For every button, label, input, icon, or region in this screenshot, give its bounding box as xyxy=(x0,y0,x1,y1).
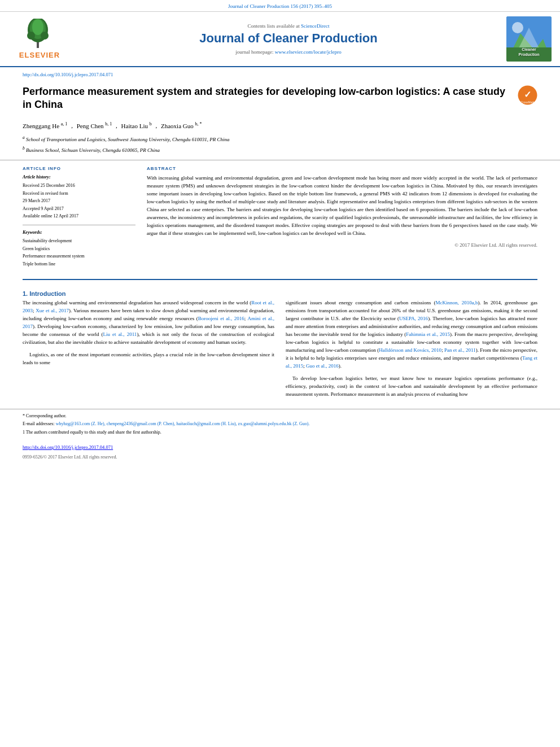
intro-left-col: The increasing global warming and enviro… xyxy=(23,299,274,403)
intro-right-p2: To develop low-carbon logistics better, … xyxy=(286,375,537,399)
keyword-1: Sustainability development xyxy=(23,237,135,245)
svg-text:✓: ✓ xyxy=(524,90,531,99)
crossmark-icon: ✓ CrossMark xyxy=(518,85,537,105)
author-1-sup: a, 1 xyxy=(61,121,68,126)
keywords-list: Sustainability development Green logisti… xyxy=(23,237,135,268)
doi-link[interactable]: http://dx.doi.org/10.1016/j.jclepro.2017… xyxy=(23,72,113,77)
article-info-col: ARTICLE INFO Article history: Received 2… xyxy=(23,166,135,268)
journal-title-section: Contents lists available at ScienceDirec… xyxy=(73,16,504,62)
email-addresses-link[interactable]: whyhzg@163.com (Z. He), chenpeng2436@gma… xyxy=(56,421,310,426)
received-revised-label: Received in revised form xyxy=(23,190,135,198)
equal-contribution-note: 1 The authors contributed equally to thi… xyxy=(23,429,537,436)
science-direct-link[interactable]: ScienceDirect xyxy=(301,23,329,29)
authors-section: Zhenggang He a, 1 , Peng Chen b, 1 , Hai… xyxy=(0,116,560,160)
keyword-4: Triple bottom line xyxy=(23,260,135,268)
ref-boroojeni-2016[interactable]: Boroojeni et al., 2016 xyxy=(198,316,244,321)
svg-point-9 xyxy=(512,22,523,33)
keyword-2: Green logistics xyxy=(23,245,135,253)
keywords-label: Keywords: xyxy=(23,230,135,235)
article-info-abstract-section: ARTICLE INFO Article history: Received 2… xyxy=(0,160,560,273)
affiliation-1: a School of Transportation and Logistics… xyxy=(23,134,537,144)
bottom-doi-link[interactable]: http://dx.doi.org/10.1016/j.jclepro.2017… xyxy=(23,444,113,450)
author-4-sup: b, * xyxy=(195,121,202,126)
authors-line: Zhenggang He a, 1 , Peng Chen b, 1 , Hai… xyxy=(23,121,537,131)
received-date: Received 25 December 2016 xyxy=(23,182,135,190)
paper-title: Performance measurement system and strat… xyxy=(23,85,518,112)
svg-point-3 xyxy=(32,19,43,35)
journal-homepage-link[interactable]: www.elsevier.com/locate/jclepro xyxy=(275,49,342,55)
ref-liu-2011[interactable]: Liu et al., 2011 xyxy=(103,331,137,337)
intro-title: 1. Introduction xyxy=(0,286,560,299)
article-info-heading: ARTICLE INFO xyxy=(23,166,135,171)
article-history-label: Article history: xyxy=(23,174,135,180)
author-4-name: Zhaoxia Guo xyxy=(161,122,195,129)
ref-xue-2017[interactable]: Xue et al., 2017 xyxy=(36,308,69,313)
helpful-text: helpful xyxy=(339,339,353,345)
ref-guo-2016[interactable]: Guo et al., 2016 xyxy=(306,363,339,369)
author-3-name: Haitao Liu xyxy=(121,122,150,129)
cleaner-production-badge: CleanerProduction xyxy=(506,16,552,62)
author-3-sup: b xyxy=(150,121,152,126)
author-1-name: Zhenggang He xyxy=(23,122,61,129)
journal-homepage-line: journal homepage: www.elsevier.com/locat… xyxy=(235,49,341,55)
intro-right-col: significant issues about energy consumpt… xyxy=(286,299,537,403)
elsevier-logo: ELSEVIER xyxy=(19,19,60,59)
ref-pan-2011[interactable]: Pan et al., 2011 xyxy=(444,347,476,353)
elsevier-label: ELSEVIER xyxy=(19,51,60,59)
copyright-line: © 2017 Elsevier Ltd. All rights reserved… xyxy=(147,242,537,248)
journal-header: ELSEVIER Contents lists available at Sci… xyxy=(0,12,560,67)
abstract-text: With increasing global warming and envir… xyxy=(147,174,537,238)
email-footnote: E-mail addresses: whyhzg@163.com (Z. He)… xyxy=(23,421,537,428)
article-dates: Received 25 December 2016 Received in re… xyxy=(23,182,135,225)
abstract-heading: ABSTRACT xyxy=(147,166,537,171)
ref-mckinnon-2010[interactable]: McKinnon, 2010a,b xyxy=(436,300,478,305)
section-divider xyxy=(23,279,537,280)
issn-line: 0959-6526/© 2017 Elsevier Ltd. All right… xyxy=(0,453,560,464)
keyword-3: Performance measurement system xyxy=(23,252,135,260)
elsevier-logo-section: ELSEVIER xyxy=(6,16,73,62)
science-direct-line: Contents lists available at ScienceDirec… xyxy=(248,23,330,29)
author-2-sup: b, 1 xyxy=(105,121,112,126)
revised-date: 29 March 2017 xyxy=(23,197,135,205)
paper-title-section: Performance measurement system and strat… xyxy=(0,80,560,116)
accepted-date: Accepted 9 April 2017 xyxy=(23,205,135,213)
intro-left-p2: Logistics, as one of the most important … xyxy=(23,351,274,367)
elsevier-tree-icon xyxy=(20,19,59,50)
journal-badge-section: CleanerProduction xyxy=(504,16,554,62)
intro-right-p1: significant issues about energy consumpt… xyxy=(286,299,537,370)
author-2-name: Peng Chen xyxy=(77,122,106,129)
ref-usepa-2016[interactable]: USEPA, 2016 xyxy=(399,316,428,321)
svg-text:CrossMark: CrossMark xyxy=(520,101,535,104)
abstract-col: ABSTRACT With increasing global warming … xyxy=(147,166,537,268)
bottom-doi-line: http://dx.doi.org/10.1016/j.jclepro.2017… xyxy=(0,441,560,453)
paper-doi-line: http://dx.doi.org/10.1016/j.jclepro.2017… xyxy=(0,67,560,80)
journal-citation: Journal of Cleaner Production 156 (2017)… xyxy=(228,3,332,9)
footnotes-section: * Corresponding author. E-mail addresses… xyxy=(0,409,560,441)
affiliation-2: b Business School, Sichuan University, C… xyxy=(23,145,537,155)
ref-halldorsson-2010[interactable]: Halldórsson and Kovács, 2010 xyxy=(379,347,441,353)
available-date: Available online 12 April 2017 xyxy=(23,212,135,220)
svg-point-5 xyxy=(41,32,49,40)
intro-left-p1: The increasing global warming and enviro… xyxy=(23,299,274,347)
affiliations: a School of Transportation and Logistics… xyxy=(23,134,537,154)
ref-fahimnia-2015[interactable]: Fahimnia et al., 2015 xyxy=(406,331,450,337)
journal-top-bar: Journal of Cleaner Production 156 (2017)… xyxy=(0,0,560,12)
badge-text: CleanerProduction xyxy=(506,47,552,57)
svg-point-4 xyxy=(27,32,35,40)
corresponding-author-note: * Corresponding author. xyxy=(23,413,537,420)
journal-main-title: Journal of Cleaner Production xyxy=(199,31,377,46)
intro-body-section: The increasing global warming and enviro… xyxy=(0,299,560,408)
